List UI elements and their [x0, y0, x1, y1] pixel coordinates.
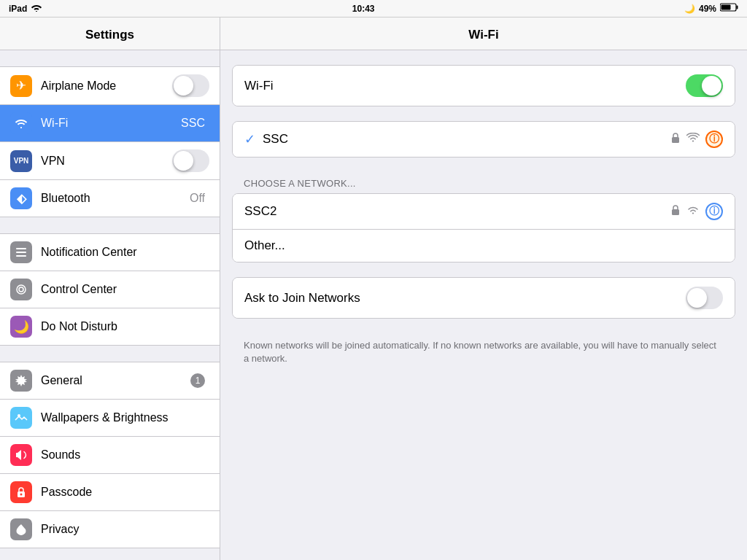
wifi-label: Wi-Fi: [41, 117, 181, 130]
lock-icon: [670, 132, 681, 147]
sidebar-item-wifi[interactable]: Wi-Fi SSC: [0, 105, 220, 142]
wifi-toggle-row[interactable]: Wi-Fi: [233, 66, 735, 106]
bluetooth-label: Bluetooth: [41, 192, 190, 205]
wifi-status-icon: [31, 3, 42, 14]
status-right: 🌙 49%: [684, 3, 738, 14]
wifi-toggle-label: Wi-Fi: [244, 79, 686, 93]
ask-join-description: Known networks will be joined automatica…: [232, 333, 735, 365]
privacy-icon: [10, 518, 32, 540]
main-container: Settings ✈ Airplane Mode Wi-Fi SSC VPN V…: [0, 18, 747, 560]
sounds-label: Sounds: [41, 448, 209, 462]
moon-icon: 🌙: [684, 4, 695, 14]
sidebar-item-airplane-mode[interactable]: ✈ Airplane Mode: [0, 66, 220, 105]
ask-join-label: Ask to Join Networks: [244, 291, 686, 306]
connected-network-name: SSC: [263, 132, 670, 147]
connected-network-row[interactable]: ✓ SSC ⓘ: [233, 122, 735, 157]
sidebar-item-do-not-disturb[interactable]: 🌙 Do Not Disturb: [0, 308, 220, 346]
sidebar-item-privacy[interactable]: Privacy: [0, 511, 220, 548]
notification-center-icon: [10, 241, 32, 263]
control-center-icon: [10, 279, 32, 300]
ssc2-icons: ⓘ: [670, 203, 723, 220]
sidebar-title: Settings: [0, 18, 220, 50]
passcode-icon: [10, 481, 32, 503]
sidebar-item-vpn[interactable]: VPN VPN: [0, 142, 220, 180]
content-header-title: Wi-Fi: [220, 18, 747, 50]
bluetooth-icon: ⬖: [10, 187, 32, 209]
passcode-label: Passcode: [41, 486, 209, 499]
content-panel: Wi-Fi Wi-Fi ✓ SSC: [220, 18, 747, 560]
vpn-icon: VPN: [10, 150, 32, 172]
status-bar: iPad 10:43 🌙 49%: [0, 0, 747, 18]
svg-rect-12: [672, 137, 679, 143]
sidebar-group-1: ✈ Airplane Mode Wi-Fi SSC VPN VPN ⬖: [0, 66, 220, 217]
general-label: General: [41, 374, 190, 387]
sidebar-group-3: General 1 Wallpapers & Brightness Sounds: [0, 362, 220, 548]
sidebar-item-control-center[interactable]: Control Center: [0, 271, 220, 308]
available-networks-group: SSC2 ⓘ Other...: [232, 193, 735, 262]
sidebar-item-bluetooth[interactable]: ⬖ Bluetooth Off: [0, 180, 220, 217]
sidebar: Settings ✈ Airplane Mode Wi-Fi SSC VPN V…: [0, 18, 220, 560]
connected-network-icons: ⓘ: [670, 131, 723, 148]
ssc2-info-btn[interactable]: ⓘ: [705, 203, 723, 220]
airplane-mode-label: Airplane Mode: [41, 79, 172, 93]
other-network-label: Other...: [244, 238, 723, 253]
sidebar-item-wallpapers[interactable]: Wallpapers & Brightness: [0, 400, 220, 437]
control-center-label: Control Center: [41, 283, 209, 296]
choose-network-section: CHOOSE A NETWORK... SSC2 ⓘ: [232, 172, 735, 262]
do-not-disturb-icon: 🌙: [10, 316, 32, 338]
svg-point-7: [17, 285, 26, 294]
svg-rect-5: [16, 255, 26, 257]
battery-icon: [720, 3, 738, 14]
network-row-ssc2[interactable]: SSC2 ⓘ: [233, 194, 735, 230]
ssc2-wifi-icon: [686, 205, 700, 218]
airplane-mode-icon: ✈: [10, 75, 32, 97]
svg-point-6: [19, 287, 23, 292]
svg-rect-4: [16, 252, 26, 253]
sidebar-item-general[interactable]: General 1: [0, 362, 220, 400]
ask-join-group: Ask to Join Networks: [232, 277, 735, 319]
wifi-main-toggle[interactable]: [686, 74, 723, 97]
checkmark-icon: ✓: [244, 131, 255, 147]
bluetooth-value: Off: [190, 192, 205, 205]
content-body: Wi-Fi ✓ SSC ⓘ: [220, 50, 747, 380]
sounds-icon: [10, 444, 32, 466]
sidebar-item-notification-center[interactable]: Notification Center: [0, 233, 220, 271]
status-time: 10:43: [352, 4, 375, 14]
vpn-label: VPN: [41, 155, 172, 168]
ask-join-row[interactable]: Ask to Join Networks: [233, 278, 735, 318]
network-row-other[interactable]: Other...: [233, 230, 735, 262]
wallpapers-label: Wallpapers & Brightness: [41, 411, 209, 424]
connected-network-info-btn[interactable]: ⓘ: [705, 131, 723, 148]
notification-center-label: Notification Center: [41, 246, 209, 259]
vpn-toggle[interactable]: [172, 149, 209, 172]
sidebar-item-passcode[interactable]: Passcode: [0, 474, 220, 511]
privacy-label: Privacy: [41, 523, 209, 536]
status-left: iPad: [9, 3, 42, 14]
svg-rect-2: [721, 5, 730, 10]
choose-network-header: CHOOSE A NETWORK...: [232, 172, 735, 193]
general-badge: 1: [190, 373, 205, 388]
sidebar-item-sounds[interactable]: Sounds: [0, 437, 220, 474]
connected-network-group: ✓ SSC ⓘ: [232, 121, 735, 158]
general-icon: [10, 370, 32, 392]
svg-point-11: [20, 494, 23, 496]
wifi-value: SSC: [181, 117, 205, 130]
ssc2-lock-icon: [670, 204, 681, 219]
network-name-ssc2: SSC2: [244, 204, 670, 219]
wifi-toggle-group: Wi-Fi: [232, 65, 735, 106]
svg-rect-1: [736, 6, 738, 9]
wifi-signal-icon: [686, 133, 700, 146]
svg-rect-3: [16, 248, 26, 249]
airplane-mode-toggle[interactable]: [172, 74, 209, 97]
sidebar-group-2: Notification Center Control Center 🌙 Do …: [0, 233, 220, 346]
ask-join-toggle[interactable]: [686, 287, 723, 309]
do-not-disturb-label: Do Not Disturb: [41, 320, 209, 333]
svg-rect-13: [672, 209, 679, 215]
wifi-icon: [10, 112, 32, 134]
ipad-label: iPad: [9, 4, 27, 14]
battery-percent: 49%: [699, 4, 716, 14]
wallpapers-icon: [10, 407, 32, 429]
